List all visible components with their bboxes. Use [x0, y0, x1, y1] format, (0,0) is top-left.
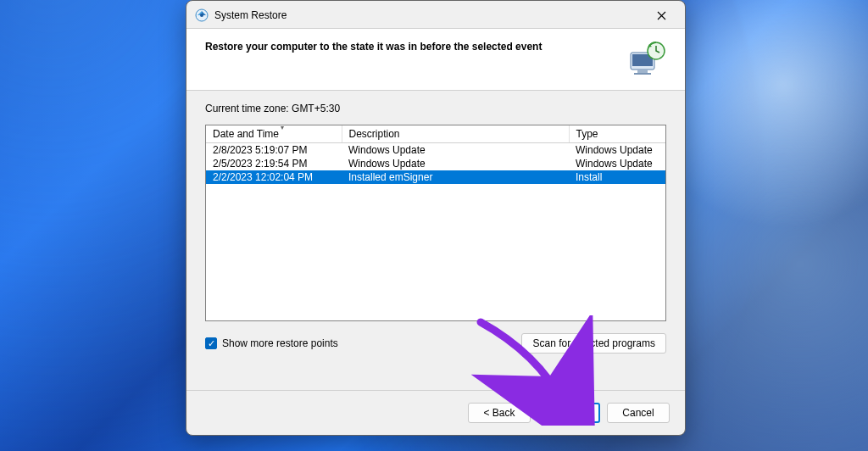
table-row[interactable]: 2/5/2023 2:19:54 PMWindows UpdateWindows…	[206, 157, 665, 170]
wizard-body: Current time zone: GMT+5:30 Date and Tim…	[186, 91, 685, 390]
below-table-row: ✓ Show more restore points Scan for affe…	[205, 333, 666, 354]
table-row[interactable]: 2/8/2023 5:19:07 PMWindows UpdateWindows…	[206, 143, 665, 158]
column-header-description[interactable]: Description	[342, 125, 569, 143]
svg-rect-5	[634, 73, 651, 75]
cell-description: Windows Update	[342, 157, 569, 170]
restore-points-table[interactable]: Date and Time ▾ Description Type 2/8/202…	[205, 125, 666, 321]
cell-date: 2/8/2023 5:19:07 PM	[206, 143, 342, 158]
system-restore-window: System Restore Restore your computer to …	[186, 0, 686, 436]
checkbox-checked-icon: ✓	[205, 337, 217, 349]
cell-description: Windows Update	[342, 143, 569, 158]
svg-rect-4	[637, 70, 648, 73]
cell-date: 2/2/2023 12:02:04 PM	[206, 170, 342, 184]
window-title: System Restore	[214, 9, 644, 21]
back-button[interactable]: < Back	[468, 403, 531, 423]
close-button[interactable]	[644, 5, 678, 25]
cancel-button[interactable]: Cancel	[607, 403, 670, 423]
wizard-footer: < Back Next > Cancel	[186, 390, 685, 435]
page-heading: Restore your computer to the state it wa…	[205, 41, 619, 53]
next-button[interactable]: Next >	[537, 403, 600, 423]
scan-affected-programs-button[interactable]: Scan for affected programs	[521, 333, 666, 354]
cell-description: Installed emSigner	[342, 170, 569, 184]
timezone-label: Current time zone: GMT+5:30	[205, 103, 666, 114]
table-header-row: Date and Time ▾ Description Type	[206, 125, 665, 143]
cell-type: Install	[569, 170, 665, 184]
titlebar: System Restore	[186, 1, 685, 28]
sort-descending-icon: ▾	[281, 124, 284, 131]
show-more-restore-points-checkbox[interactable]: ✓ Show more restore points	[205, 337, 338, 349]
cell-type: Windows Update	[569, 157, 665, 170]
column-header-type[interactable]: Type	[569, 125, 665, 143]
column-header-date[interactable]: Date and Time ▾	[206, 125, 342, 143]
cell-type: Windows Update	[569, 143, 665, 158]
cell-date: 2/5/2023 2:19:54 PM	[206, 157, 342, 170]
show-more-label: Show more restore points	[222, 337, 338, 349]
system-restore-icon	[195, 8, 209, 22]
svg-point-1	[200, 14, 203, 17]
wizard-header: Restore your computer to the state it wa…	[186, 28, 685, 91]
table-row[interactable]: 2/2/2023 12:02:04 PMInstalled emSignerIn…	[206, 170, 665, 184]
restore-illustration-icon	[627, 41, 668, 78]
